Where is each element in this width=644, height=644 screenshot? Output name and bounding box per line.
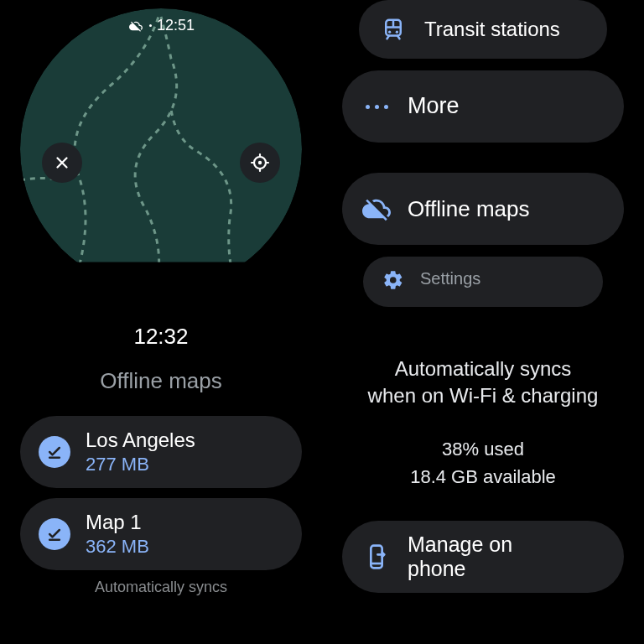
cloud-off-icon [127, 19, 144, 33]
menu-offline-maps[interactable]: Offline maps [342, 173, 624, 245]
watch-map-screen: 12:51 [20, 8, 302, 290]
transit-icon [381, 17, 406, 42]
download-done-icon [46, 444, 63, 460]
svg-point-5 [396, 31, 398, 34]
phone-forward-icon [363, 543, 390, 570]
downloaded-badge [39, 518, 70, 550]
offline-map-item[interactable]: Map 1 362 MB [20, 498, 302, 570]
close-icon [53, 153, 71, 172]
map-name: Map 1 [86, 510, 149, 535]
menu-item-label: Settings [420, 268, 480, 289]
map-name: Los Angeles [86, 428, 195, 453]
sync-description: Automatically syncs when on Wi-Fi & char… [340, 356, 626, 410]
manage-label-line1: Manage on [408, 532, 512, 557]
storage-available: 18.4 GB available [410, 463, 556, 491]
offline-map-item[interactable]: Los Angeles 277 MB [20, 416, 302, 488]
page-title: Offline maps [100, 368, 221, 394]
locate-button[interactable] [240, 143, 280, 183]
gear-icon [382, 269, 404, 291]
status-bar: 12:51 [127, 17, 195, 34]
cloud-off-icon [362, 195, 391, 223]
svg-point-4 [388, 31, 391, 34]
status-separator [149, 24, 152, 27]
map-size: 362 MB [86, 535, 149, 558]
menu-settings[interactable]: Settings [363, 257, 603, 307]
menu-item-label: Offline maps [408, 195, 529, 223]
menu-item-label: More [408, 92, 460, 121]
menu-transit-stations[interactable]: Transit stations [359, 0, 607, 59]
storage-used: 38% used [410, 435, 556, 463]
status-time: 12:51 [157, 17, 195, 34]
locate-icon [250, 153, 270, 173]
sync-footer: Automatically syncs [95, 579, 227, 596]
manage-label-line2: phone [408, 557, 512, 581]
storage-info: 38% used 18.4 GB available [410, 435, 556, 491]
map-size: 277 MB [86, 453, 195, 476]
more-icon [366, 105, 388, 109]
svg-point-1 [258, 161, 262, 164]
menu-item-label: Transit stations [424, 17, 560, 42]
downloaded-badge [39, 436, 70, 468]
download-done-icon [46, 526, 63, 543]
manage-on-phone-button[interactable]: Manage on phone [342, 521, 624, 593]
current-time: 12:32 [133, 324, 188, 350]
close-button[interactable] [42, 143, 82, 183]
menu-more[interactable]: More [342, 70, 624, 143]
offline-maps-list: Los Angeles 277 MB Map 1 362 MB [0, 416, 322, 570]
